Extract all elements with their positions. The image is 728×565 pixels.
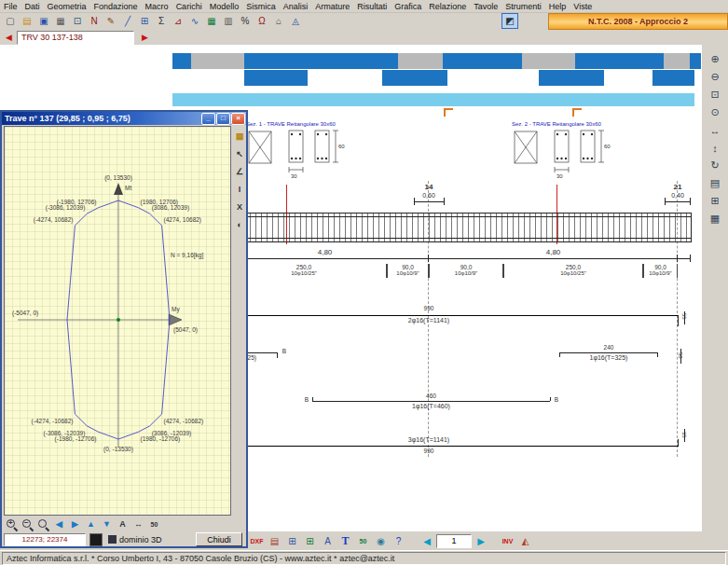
export-image-icon[interactable]: ▤ [267, 533, 282, 548]
right-toolbar: ⊕⊖⊡⊙↔↕↻▤⊞▦ [701, 45, 728, 531]
annotate-icon[interactable]: A [115, 517, 130, 531]
font-icon[interactable]: A [320, 533, 336, 548]
scale-50-icon[interactable]: 50 [355, 533, 371, 548]
bar-label: 1φ16(T=325) [559, 354, 658, 361]
pan-up-icon[interactable]: ▲ [83, 517, 99, 531]
menu-fondazione[interactable]: Fondazione [90, 2, 142, 11]
menu-tavole[interactable]: Tavole [470, 2, 501, 11]
table-icon[interactable]: ⊞ [137, 14, 152, 28]
percent-icon[interactable]: % [238, 14, 253, 28]
menu-dati[interactable]: Dati [21, 2, 44, 11]
cursor-icon[interactable]: I [233, 182, 247, 196]
layers-icon[interactable]: ▤ [706, 175, 724, 191]
options-icon[interactable]: ▤ [233, 129, 247, 143]
print-view-icon[interactable]: ▦ [706, 211, 724, 227]
save-icon[interactable]: ▣ [36, 14, 51, 28]
preview-icon[interactable]: ⊡ [70, 14, 85, 28]
sum-icon[interactable]: Σ [154, 14, 169, 28]
print-icon[interactable]: ▦ [53, 14, 68, 28]
page-number-box[interactable]: 1 [436, 534, 472, 548]
pan-h-icon[interactable]: ↔ [706, 122, 724, 138]
zoom-in-icon[interactable]: ⊕ [706, 51, 724, 67]
pan-down-icon[interactable]: ▼ [99, 517, 115, 531]
menu-carichi[interactable]: Carichi [172, 2, 206, 11]
current-element-box[interactable]: TRV 30 137-138 [17, 31, 134, 45]
menu-risultati[interactable]: Risultati [353, 2, 391, 11]
pan-right-icon[interactable]: ▶ [67, 517, 83, 531]
norm-icon[interactable]: N [87, 14, 102, 28]
pencil-icon[interactable]: ✎ [103, 14, 118, 28]
omega-icon[interactable]: Ω [254, 14, 269, 28]
new-icon[interactable]: ▢ [3, 14, 18, 28]
pan-left-icon[interactable]: ◀ [51, 517, 67, 531]
pan-v-icon[interactable]: ↕ [706, 140, 724, 156]
node-number: 14 [416, 183, 442, 191]
color-swatch-button[interactable] [89, 533, 103, 546]
minimize-button[interactable]: _ [201, 113, 215, 125]
hook-length: 55 [681, 313, 687, 320]
zoom-in-icon[interactable]: + [4, 517, 20, 531]
stirrup-zone-length: 250,0 [504, 264, 642, 270]
next-element-button[interactable]: ▶ [139, 32, 151, 44]
bend-mark: B [552, 396, 561, 403]
layers-icon[interactable]: ◬ [288, 14, 303, 28]
span-dimension-line [221, 258, 690, 259]
measure-icon[interactable]: ∠ [233, 164, 247, 178]
menu-grafica[interactable]: Grafica [391, 2, 425, 11]
extents-icon[interactable]: ↔ [130, 517, 146, 531]
page-prev-button[interactable]: ◀ [420, 536, 433, 546]
invert-icon[interactable]: INV [500, 533, 515, 548]
maximize-button[interactable]: □ [216, 113, 230, 125]
table-icon[interactable]: ⊞ [284, 533, 300, 548]
scale-50-icon[interactable]: 50 [146, 517, 162, 531]
zoom-extents-icon[interactable]: ⊙ [706, 104, 724, 120]
brush-icon[interactable]: ╱ [120, 14, 135, 28]
zoom-out-icon[interactable]: − [20, 517, 35, 531]
my-axis-arrow [169, 314, 182, 325]
palette-titlebar[interactable]: Trave n° 137 (29,85 ; 0,95 ; 6,75) _ □ × [2, 112, 246, 125]
menu-relazione[interactable]: Relazione [425, 2, 470, 11]
menu-armature[interactable]: Armature [311, 2, 353, 11]
interaction-domain-diagram[interactable]: MtMyN = 9,16[kg](0, 13530)(1980, 12706)(… [4, 126, 231, 516]
menu-modello[interactable]: Modello [206, 2, 243, 11]
open-icon[interactable]: ▤ [20, 14, 34, 28]
stirrup-zone: 90,010φ10/9" [429, 264, 503, 278]
menu-geometria[interactable]: Geometria [44, 2, 90, 11]
redraw-icon[interactable]: ↻ [706, 158, 724, 173]
domain-view-icon[interactable]: ◩ [501, 13, 518, 29]
prev-element-button[interactable]: ◀ [3, 32, 15, 44]
magnifier-icon: − [21, 518, 34, 531]
delete-icon[interactable]: X [233, 200, 247, 214]
menu-strumenti[interactable]: Strumenti [501, 2, 545, 11]
domain-label: Mt [125, 185, 131, 191]
close-button[interactable]: Chiudi [196, 532, 242, 546]
page-next-button[interactable]: ▶ [474, 536, 488, 546]
home-icon[interactable]: ⌂ [271, 14, 286, 28]
text-tool-icon[interactable]: T [337, 533, 353, 548]
export-dxf-icon[interactable]: DXF [249, 533, 265, 548]
section-icon[interactable]: ⊿ [171, 14, 185, 28]
bend-mark: B [302, 396, 311, 403]
zoom-window-icon[interactable]: ⊡ [706, 87, 724, 103]
menu-analisi[interactable]: Analisi [280, 2, 312, 11]
zoom-extents-icon[interactable] [35, 517, 51, 531]
menu-file[interactable]: File [0, 2, 21, 11]
help-icon[interactable]: ? [391, 533, 406, 548]
menu-viste[interactable]: Viste [570, 2, 596, 11]
edit-table-icon[interactable]: ⊞ [302, 533, 318, 548]
pointer-icon[interactable]: ↖ [233, 146, 247, 160]
close-icon[interactable]: × [231, 113, 245, 125]
view-icon[interactable]: ◐ [233, 217, 247, 231]
grid-icon[interactable]: ⊞ [706, 193, 724, 209]
menu-help[interactable]: Help [545, 2, 570, 11]
menu-macro[interactable]: Macro [142, 2, 172, 11]
wave-icon[interactable]: ∿ [187, 14, 202, 28]
stirrup-zone-spec: 10φ10/9" [388, 270, 428, 277]
pyramid-icon[interactable]: ◭ [517, 533, 533, 548]
globe-icon[interactable]: ◉ [373, 533, 389, 548]
grid-icon[interactable]: ▦ [204, 14, 219, 28]
zoom-out-icon[interactable]: ⊖ [706, 69, 724, 85]
domain-label: (-3086, -12039) [44, 430, 86, 437]
copy-icon[interactable]: ▥ [221, 14, 236, 28]
menu-sismica[interactable]: Sismica [242, 2, 280, 11]
